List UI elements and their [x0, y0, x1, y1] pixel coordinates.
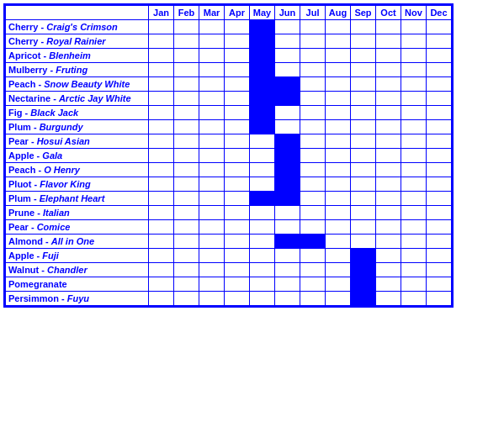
month-cell — [199, 34, 225, 49]
month-cell — [199, 263, 225, 277]
month-cell — [149, 263, 174, 277]
month-cell — [401, 206, 427, 220]
month-cell — [427, 120, 452, 134]
month-cell — [376, 177, 401, 192]
month-cell — [300, 292, 326, 306]
month-cell — [351, 263, 376, 277]
month-cell — [427, 263, 452, 277]
month-cell — [326, 206, 351, 220]
month-cell — [300, 263, 326, 277]
month-cell — [225, 206, 250, 220]
month-cell — [351, 120, 376, 134]
fruit-name-cell: Peach - O Henry — [6, 163, 149, 177]
month-cell — [275, 192, 300, 206]
month-cell — [149, 92, 174, 106]
month-cell — [225, 277, 250, 292]
table-row: Fig - Black Jack — [6, 106, 452, 120]
month-cell — [199, 92, 225, 106]
month-header-aug: Aug — [326, 6, 351, 20]
month-cell — [174, 206, 199, 220]
month-cell — [149, 77, 174, 92]
month-cell — [149, 249, 174, 263]
month-cell — [351, 277, 376, 292]
month-cell — [149, 120, 174, 134]
month-cell — [351, 63, 376, 77]
month-cell — [275, 277, 300, 292]
month-cell — [401, 149, 427, 163]
month-cell — [225, 235, 250, 249]
table-row: Nectarine - Arctic Jay White — [6, 92, 452, 106]
month-cell — [149, 63, 174, 77]
month-cell — [300, 20, 326, 34]
month-cell — [300, 177, 326, 192]
month-header-dec: Dec — [427, 6, 452, 20]
month-cell — [225, 192, 250, 206]
month-cell — [326, 92, 351, 106]
month-cell — [376, 206, 401, 220]
month-cell — [199, 20, 225, 34]
month-cell — [149, 149, 174, 163]
month-cell — [376, 149, 401, 163]
month-cell — [275, 106, 300, 120]
month-cell — [199, 120, 225, 134]
month-cell — [225, 263, 250, 277]
month-cell — [174, 120, 199, 134]
table-row: Prune - Italian — [6, 206, 452, 220]
month-cell — [300, 134, 326, 149]
month-cell — [401, 63, 427, 77]
month-cell — [326, 106, 351, 120]
month-cell — [174, 77, 199, 92]
month-cell — [300, 120, 326, 134]
month-cell — [376, 92, 401, 106]
month-cell — [149, 235, 174, 249]
month-cell — [250, 92, 275, 106]
table-row: Cherry - Craig's Crimson — [6, 20, 452, 34]
month-header-jul: Jul — [300, 6, 326, 20]
month-cell — [149, 49, 174, 63]
month-cell — [427, 292, 452, 306]
month-cell — [199, 134, 225, 149]
month-cell — [326, 292, 351, 306]
month-cell — [351, 177, 376, 192]
table-row: Cherry - Royal Rainier — [6, 34, 452, 49]
month-cell — [149, 34, 174, 49]
month-cell — [300, 249, 326, 263]
month-header-oct: Oct — [376, 6, 401, 20]
month-cell — [427, 177, 452, 192]
table-row: Pluot - Flavor King — [6, 177, 452, 192]
fruit-name-cell: Nectarine - Arctic Jay White — [6, 92, 149, 106]
month-cell — [225, 249, 250, 263]
month-cell — [427, 134, 452, 149]
month-cell — [401, 134, 427, 149]
month-cell — [401, 277, 427, 292]
month-cell — [250, 220, 275, 235]
month-cell — [174, 177, 199, 192]
fruit-name-cell: Apricot - Blenheim — [6, 49, 149, 63]
month-cell — [174, 20, 199, 34]
month-cell — [376, 249, 401, 263]
month-cell — [351, 192, 376, 206]
month-cell — [300, 34, 326, 49]
month-cell — [326, 263, 351, 277]
month-cell — [174, 192, 199, 206]
month-cell — [225, 149, 250, 163]
month-cell — [275, 34, 300, 49]
month-cell — [225, 220, 250, 235]
month-cell — [427, 77, 452, 92]
month-cell — [427, 220, 452, 235]
month-cell — [250, 120, 275, 134]
month-cell — [351, 134, 376, 149]
month-cell — [300, 163, 326, 177]
table-row: Plum - Burgundy — [6, 120, 452, 134]
month-cell — [326, 220, 351, 235]
fruit-name-cell: Pluot - Flavor King — [6, 177, 149, 192]
month-cell — [376, 34, 401, 49]
month-cell — [401, 49, 427, 63]
month-cell — [174, 163, 199, 177]
month-header-may: May — [250, 6, 275, 20]
month-cell — [351, 206, 376, 220]
month-cell — [401, 177, 427, 192]
month-cell — [427, 249, 452, 263]
fruit-name-cell: Pear - Comice — [6, 220, 149, 235]
month-cell — [300, 49, 326, 63]
